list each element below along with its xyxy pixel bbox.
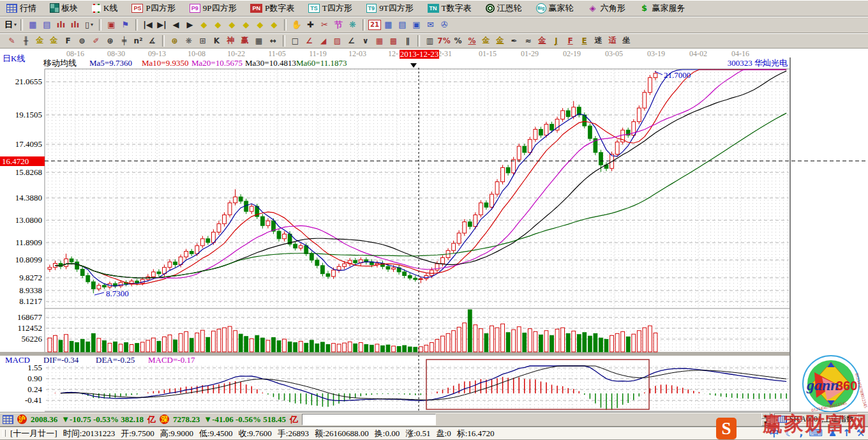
spinner-down-icon[interactable]: ▼ xyxy=(761,420,770,426)
menu-item-9t-square[interactable]: T99T四方形 xyxy=(366,3,414,14)
statusbar-grip[interactable] xyxy=(3,430,6,437)
first-page[interactable]: |◀ xyxy=(141,19,154,31)
percent-line[interactable]: % xyxy=(465,35,479,47)
parallel-lines[interactable]: ∥ xyxy=(401,35,414,47)
dropdown-arrow-icon[interactable]: ▾ xyxy=(91,22,93,27)
period-daily-dropdown[interactable]: 日▾ xyxy=(4,19,17,31)
erase-tool[interactable]: ✂ xyxy=(318,19,331,31)
dense-grid-a[interactable]: ▦ xyxy=(373,35,386,47)
kline-chart[interactable]: 21.065519.150517.409515.826814.388013.08… xyxy=(0,49,868,412)
e-line[interactable]: E xyxy=(578,35,591,47)
ying-grid[interactable]: 赢 xyxy=(238,35,251,47)
window-box[interactable]: □ xyxy=(288,35,302,47)
j-line[interactable]: J xyxy=(550,35,563,47)
v-lines[interactable]: ∨ xyxy=(359,35,372,47)
f-grid[interactable]: F xyxy=(61,35,75,47)
gann-wheel-small[interactable]: ❋ xyxy=(182,35,195,47)
k-quote[interactable]: K xyxy=(210,35,223,47)
menu-item-t-square[interactable]: TST四方形 xyxy=(308,3,352,14)
crosshair-tool[interactable]: ✚ xyxy=(304,19,317,31)
gold-grid-b[interactable]: 金 xyxy=(47,35,61,47)
ruler-123[interactable]: ▦ xyxy=(252,35,266,47)
brush-angle[interactable]: ✐ xyxy=(89,35,103,47)
market-table-icon[interactable] xyxy=(3,415,13,424)
fit-screen[interactable]: ◆ xyxy=(267,19,281,31)
angle-tool[interactable]: ∡ xyxy=(146,35,159,47)
expand-vertical[interactable]: ◆ xyxy=(253,19,267,31)
price-axis-label: 8.9338 xyxy=(19,285,42,295)
fan-box[interactable]: ◢ xyxy=(317,35,330,47)
board-selector[interactable]: SH A0001,上证指数 xyxy=(774,413,858,425)
ink-dropper[interactable]: ✒ xyxy=(507,35,521,47)
menu-item-gann-wheel[interactable]: 江恩轮 xyxy=(486,3,522,14)
gann-marker[interactable]: 节 xyxy=(332,19,345,31)
web-box[interactable]: ▨ xyxy=(331,35,344,47)
crosshair-top-marker-icon[interactable] xyxy=(410,63,417,68)
percent-slash[interactable]: 7% xyxy=(437,35,451,47)
grid-tool[interactable]: ╫ xyxy=(19,35,33,47)
zoom-right[interactable]: ◆ xyxy=(211,19,225,31)
column-chart[interactable]: ▥ xyxy=(423,35,437,47)
mini-chart-3[interactable]: ılı xyxy=(54,19,68,31)
ticker-input[interactable] xyxy=(302,414,436,425)
zuo-tool[interactable]: 坐 xyxy=(620,35,633,47)
shi-tool[interactable]: 适 xyxy=(606,35,619,47)
menu-item-9p-square[interactable]: P99P四方形 xyxy=(190,3,237,14)
quote-list[interactable]: ▤ xyxy=(40,19,54,31)
shen-grid[interactable]: 神 xyxy=(224,35,237,47)
web-marker[interactable]: ❋ xyxy=(346,19,359,31)
macd-axis-label: 0.90 xyxy=(27,374,42,383)
mi-tool[interactable]: 迷 xyxy=(592,35,605,47)
notebook[interactable]: ▤ xyxy=(396,19,409,31)
drag-hand[interactable]: ✋ xyxy=(290,19,303,31)
percent[interactable]: % xyxy=(451,35,465,47)
gann-circle[interactable]: ⊕ xyxy=(168,35,181,47)
width-measure[interactable]: ↔ xyxy=(266,35,280,47)
system-tools[interactable]: ✇ xyxy=(438,19,451,31)
gann-square-web[interactable]: ⊞ xyxy=(196,35,209,47)
mail-globe[interactable]: ✉ xyxy=(424,19,437,31)
zoom-left[interactable]: ◆ xyxy=(197,19,211,31)
kline-window[interactable]: ▦ xyxy=(26,19,40,31)
f-line[interactable]: F xyxy=(564,35,577,47)
menu-item-t-number-table[interactable]: TNT数字表 xyxy=(428,3,472,14)
n-square[interactable]: n² xyxy=(131,35,145,47)
expand-horizontal[interactable]: ◆ xyxy=(225,19,239,31)
wave-lines[interactable]: ≈ xyxy=(521,35,535,47)
dropdown-arrow-icon[interactable]: ▾ xyxy=(14,22,17,27)
compress-horizontal[interactable]: ◆ xyxy=(239,19,253,31)
menu-item-winner-service[interactable]: $赢家服务 xyxy=(640,3,685,14)
menu-item-p-square[interactable]: PSP四方形 xyxy=(131,3,175,14)
fan-lines[interactable]: ∠ xyxy=(303,35,316,47)
menu-item-hexagon[interactable]: ◈六角形 xyxy=(588,3,625,14)
menu-item-quotes[interactable]: 行情 xyxy=(6,3,36,14)
spinner-up-icon[interactable]: ▲ xyxy=(761,413,770,419)
candle-style-dropdown[interactable]: ▯▾ xyxy=(82,19,96,31)
gold-slash[interactable]: 金 xyxy=(535,35,549,47)
save[interactable]: ▣ xyxy=(410,19,423,31)
color-flag[interactable]: ⚑ xyxy=(119,19,132,31)
trend-lines[interactable]: ∠ xyxy=(345,35,358,47)
prev-page[interactable]: ◀ xyxy=(169,19,183,31)
ruler-grid[interactable]: ╪ xyxy=(117,35,131,47)
kline-period-label[interactable]: 日K线 xyxy=(3,54,25,63)
stock-code-name[interactable]: 300323 华灿光电 xyxy=(728,58,788,68)
circle-cross[interactable]: ⊕ xyxy=(103,35,117,47)
last-page[interactable]: ▶| xyxy=(155,19,168,31)
next-page[interactable]: ▶ xyxy=(183,19,197,31)
gold-grid-a[interactable]: 金 xyxy=(33,35,47,47)
mini-chart-9[interactable]: ılı xyxy=(68,19,82,31)
menu-item-sectors[interactable]: 板块 xyxy=(50,3,78,14)
gold-circle[interactable]: 金 xyxy=(479,35,493,47)
dense-grid-b[interactable]: ▩ xyxy=(387,35,400,47)
calendar[interactable]: 21 xyxy=(368,20,381,30)
macd-indicator-label[interactable]: MACD xyxy=(5,355,30,365)
gold-line[interactable]: 金 xyxy=(493,35,507,47)
calculator[interactable]: ▦ xyxy=(382,19,395,31)
menu-item-winner-wheel[interactable]: Big赢家轮 xyxy=(536,3,574,14)
spiral-tool[interactable]: ⊚ xyxy=(75,35,89,47)
menu-item-p-number-table[interactable]: PNP数字表 xyxy=(250,3,294,14)
menu-item-kline[interactable]: K线 xyxy=(92,3,117,14)
kline-frame[interactable]: ▣ xyxy=(105,19,118,31)
brush-tool[interactable]: ✎ xyxy=(5,35,19,47)
